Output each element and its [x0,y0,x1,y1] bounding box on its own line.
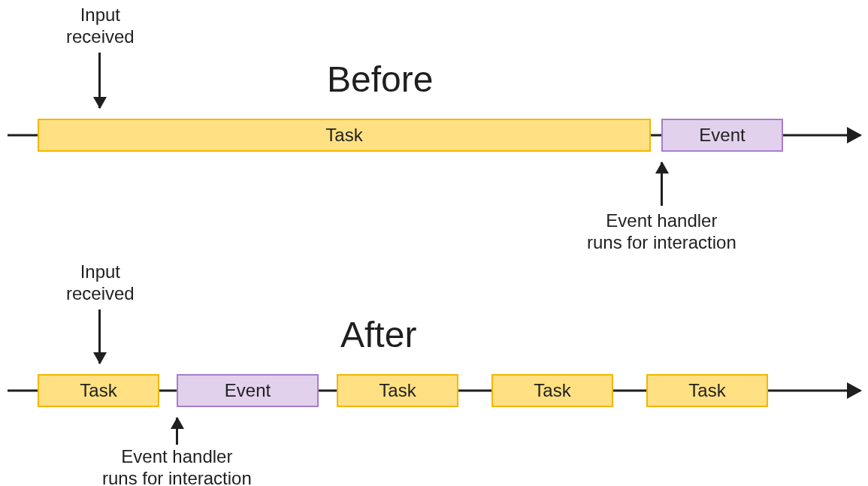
heading-before: Before [327,59,433,100]
task-block: Task [38,374,159,407]
annotation-event-handler-before: Event handler runs for interaction [587,210,736,254]
event-block: Event [177,374,319,407]
annotation-text: Input received [66,261,135,303]
block-label: Event [225,380,271,401]
annotation-text-line2: runs for interaction [587,232,736,252]
block-label: Task [325,125,362,146]
heading-after: After [340,314,416,355]
task-block: Task [38,119,651,152]
event-block: Event [661,119,783,152]
block-label: Task [379,380,416,401]
task-block: Task [491,374,613,407]
task-block: Task [646,374,768,407]
annotation-event-handler-after: Event handler runs for interaction [102,446,252,486]
annotation-input-received-before: Input received [66,5,135,48]
arrow-up-icon [661,162,663,206]
annotation-text-line2: runs for interaction [102,468,252,486]
arrow-right-icon [847,127,862,143]
arrow-right-icon [847,382,862,399]
block-label: Event [699,125,745,146]
block-label: Task [80,380,116,401]
arrow-down-icon [98,53,101,108]
annotation-text: Input received [66,5,135,47]
annotation-input-received-after: Input received [66,261,135,305]
block-label: Task [688,380,725,401]
task-block: Task [337,374,458,407]
timeline-after: Task Event Task Task Task [8,374,860,407]
block-label: Task [534,380,570,401]
diagram-canvas: Before Input received Task Event Event h… [0,0,868,486]
annotation-text-line1: Event handler [121,446,232,466]
arrow-up-icon [176,418,178,445]
annotation-text-line1: Event handler [606,210,717,231]
arrow-down-icon [98,309,101,364]
timeline-before: Task Event [8,119,860,152]
